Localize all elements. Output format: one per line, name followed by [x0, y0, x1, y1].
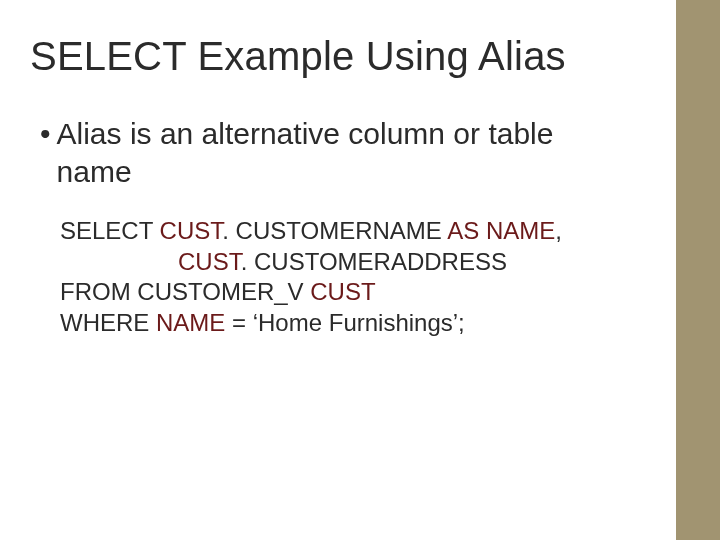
slide-title: SELECT Example Using Alias	[30, 34, 676, 79]
bullet-line-2: •name	[40, 153, 676, 191]
as-name: AS NAME	[447, 217, 555, 244]
sql-code: SELECT CUST. CUSTOMERNAME AS NAME, CUST.…	[30, 216, 676, 339]
col-customeraddress: . CUSTOMERADDRESS	[241, 248, 507, 275]
accent-sidebar	[676, 0, 720, 540]
where-kw: WHERE	[60, 309, 156, 336]
alias-cust-1: CUST	[160, 217, 223, 244]
comma: ,	[555, 217, 562, 244]
kw-select: SELECT	[60, 217, 160, 244]
code-line-4: WHERE NAME = ‘Home Furnishings’;	[60, 308, 676, 339]
where-name: NAME	[156, 309, 225, 336]
where-value: = ‘Home Furnishings’;	[225, 309, 464, 336]
bullet-text-2: name	[57, 155, 132, 188]
code-line-2: CUST. CUSTOMERADDRESS	[60, 247, 676, 278]
alias-cust-3: CUST	[310, 278, 375, 305]
bullet-text-1: Alias is an alternative column or table	[57, 117, 554, 150]
bullet-item: •Alias is an alternative column or table…	[30, 115, 676, 192]
code-line-3: FROM CUSTOMER_V CUST	[60, 277, 676, 308]
from-clause: FROM CUSTOMER_V	[60, 278, 310, 305]
bullet-line-1: •Alias is an alternative column or table	[40, 115, 676, 153]
col-customername: . CUSTOMERNAME	[222, 217, 447, 244]
alias-cust-2: CUST	[178, 248, 241, 275]
code-line-1: SELECT CUST. CUSTOMERNAME AS NAME,	[60, 216, 676, 247]
bullet-marker: •	[40, 115, 51, 153]
slide-content: SELECT Example Using Alias •Alias is an …	[0, 0, 676, 540]
